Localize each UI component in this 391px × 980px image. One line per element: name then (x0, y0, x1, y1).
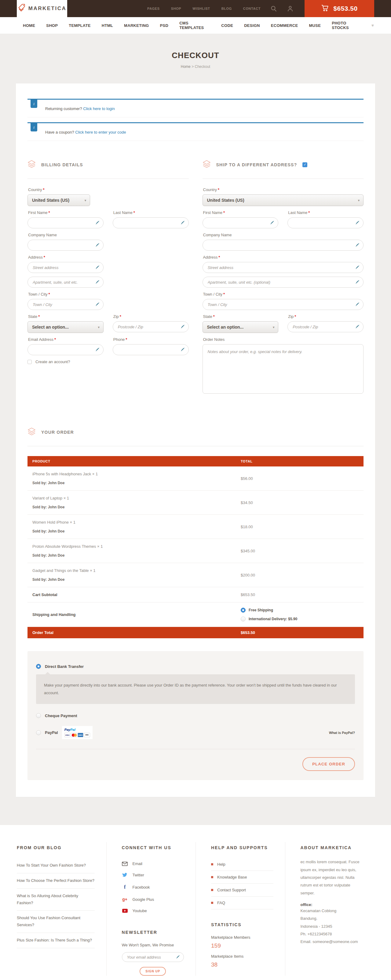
shipping-town-label: Town / City* (203, 292, 364, 296)
top-nav: PAGES SHOP WISHLIST BLOG CONTACT (147, 7, 261, 10)
top-nav-wishlist[interactable]: WISHLIST (192, 7, 210, 10)
table-row: iPhone 5s with Headphones Jack × 1 Sold … (27, 466, 364, 491)
newsletter-email-input[interactable] (122, 952, 184, 962)
help-column-title: HELP AND SUPPORTS (211, 845, 273, 850)
billing-zip-input[interactable] (113, 321, 189, 332)
facebook-link[interactable]: f Facebook (122, 881, 184, 894)
login-link[interactable]: Click here to login (83, 107, 114, 111)
create-account-checkbox[interactable] (27, 360, 32, 364)
shipping-company-label: Company Name (203, 232, 364, 237)
blog-post-link[interactable]: How To Choose The Perfect Fashion Store? (17, 873, 95, 889)
address-line: Kecamatan Coblong (300, 907, 363, 915)
billing-company-input[interactable] (27, 240, 103, 251)
cheque-payment-radio[interactable] (36, 713, 41, 718)
billing-country-select[interactable]: United States (US) ▾ (27, 194, 90, 206)
order-total-label: Order Total (27, 627, 236, 638)
contact-support-link[interactable]: Contact Support (211, 884, 273, 897)
menu-item-template[interactable]: TEMPLATE (69, 23, 91, 28)
shipping-address1-input[interactable] (202, 262, 364, 273)
email-link[interactable]: Email (122, 858, 184, 869)
signup-button[interactable]: SIGN UP (140, 967, 166, 976)
menu-item-home[interactable]: HOME (23, 23, 35, 28)
blog-post-link[interactable]: What is So Alluring About Celebrity Fash… (17, 889, 95, 911)
menu-item-marketing[interactable]: MARKETING (124, 23, 149, 28)
billing-town-label: Town / City* (28, 292, 189, 296)
breadcrumb-current: Checkout (195, 65, 210, 69)
blog-post-link[interactable]: Should You Use Fashion Consultant Servic… (17, 911, 95, 933)
menu-item-muse[interactable]: MUSE (309, 23, 321, 28)
shipping-row: Shipping and Handling Free Shipping Inte… (27, 603, 364, 627)
item-seller: Sold by: John Doe (32, 578, 231, 582)
item-total: $345.00 (236, 539, 364, 563)
order-notes-textarea[interactable] (202, 344, 364, 394)
logo[interactable]: MARKETICA (17, 0, 67, 17)
billing-first-name-input[interactable] (27, 217, 103, 228)
menu-item-design[interactable]: DESIGN (244, 23, 260, 28)
billing-town-input[interactable] (27, 299, 103, 310)
top-nav-pages[interactable]: PAGES (147, 7, 160, 10)
menu-item-code[interactable]: CODE (221, 23, 233, 28)
place-order-button[interactable]: PLACE ORDER (302, 757, 355, 771)
blog-post-link[interactable]: Plus Size Fashion: Is There Such a Thing… (17, 933, 95, 948)
direct-bank-transfer-radio[interactable] (36, 664, 41, 669)
breadcrumb-home[interactable]: Home (181, 65, 191, 69)
billing-address1-input[interactable] (27, 262, 103, 273)
shipping-zip-input[interactable] (288, 321, 364, 332)
coupon-link[interactable]: Click here to enter your code (75, 130, 126, 135)
ship-different-address-checkbox[interactable]: ✓ (302, 162, 307, 167)
menu-item-photo-stocks[interactable]: PHOTO STOCKS (332, 21, 361, 30)
billing-address2-input[interactable] (27, 277, 103, 288)
billing-state-select[interactable]: Select an option... ▾ (27, 321, 103, 333)
shipping-first-name-input[interactable] (202, 217, 278, 228)
google-plus-link[interactable]: g+ Google Plus (122, 894, 184, 905)
shipping-state-select[interactable]: Select an option... ▾ (202, 321, 278, 333)
help-link[interactable]: Help (211, 858, 273, 871)
knowledge-base-link[interactable]: Knowladge Base (211, 871, 273, 884)
pen-icon (180, 220, 185, 225)
billing-first-name-label: First Name* (28, 210, 103, 215)
paypal-radio[interactable] (36, 730, 41, 735)
billing-company-label: Company Name (28, 232, 189, 237)
order-total-value: $653.50 (236, 627, 364, 638)
blog-post-link[interactable]: How To Start Your Own Fashion Store? (17, 858, 95, 873)
user-account-icon[interactable] (287, 5, 294, 12)
google-plus-icon: g+ (122, 897, 128, 902)
visa-card-icon: VISA (64, 733, 71, 737)
twitter-link[interactable]: Twitter (122, 869, 184, 881)
shipping-last-name-input[interactable] (288, 217, 364, 228)
shipping-address2-input[interactable] (202, 277, 364, 288)
faq-link[interactable]: FAQ (211, 897, 273, 909)
search-icon[interactable] (270, 5, 277, 12)
amex-card-icon: AMEX (78, 733, 84, 737)
billing-email-input[interactable] (27, 344, 103, 355)
shipping-country-select[interactable]: United States (US) ▾ (202, 194, 364, 206)
billing-last-name-input[interactable] (113, 217, 189, 228)
top-nav-shop[interactable]: SHOP (171, 7, 181, 10)
top-nav-blog[interactable]: BLOG (221, 7, 232, 10)
chevron-down-icon[interactable]: » (370, 24, 375, 27)
menu-item-shop[interactable]: SHOP (46, 23, 58, 28)
pen-icon (355, 243, 360, 248)
youtube-link[interactable]: Youtube (122, 905, 184, 916)
pen-icon (95, 347, 100, 352)
billing-phone-input[interactable] (113, 344, 189, 355)
shipping-company-input[interactable] (202, 240, 364, 251)
menu-item-ecommerce[interactable]: ECOMMERCE (271, 23, 298, 28)
international-delivery-radio[interactable] (241, 617, 246, 622)
facebook-icon: f (122, 884, 128, 890)
top-nav-contact[interactable]: CONTACT (243, 7, 261, 10)
cart-button[interactable]: $653.50 (305, 0, 374, 17)
free-shipping-radio[interactable] (241, 608, 246, 612)
bank-transfer-description: Make your payment directly into our bank… (36, 675, 355, 704)
shipping-town-input[interactable] (202, 299, 364, 310)
breadcrumb: Home > Checkout (0, 65, 391, 69)
footer-about-column: ABOUT MARKETICA ec mollis lorem consequa… (285, 842, 375, 976)
pen-icon (95, 265, 100, 270)
menu-item-psd[interactable]: PSD (160, 23, 168, 28)
what-is-paypal-link[interactable]: What is PayPal? (329, 731, 355, 735)
menu-item-html[interactable]: HTML (102, 23, 113, 28)
about-text: ec mollis lorem consequat. Fusce ipsum e… (300, 858, 363, 897)
newsletter-title: NEWSLETTER (122, 930, 184, 935)
item-name: Women Hold iPhone × 1 (32, 520, 231, 525)
menu-item-cms-templates[interactable]: CMS TEMPLATES (179, 21, 210, 30)
